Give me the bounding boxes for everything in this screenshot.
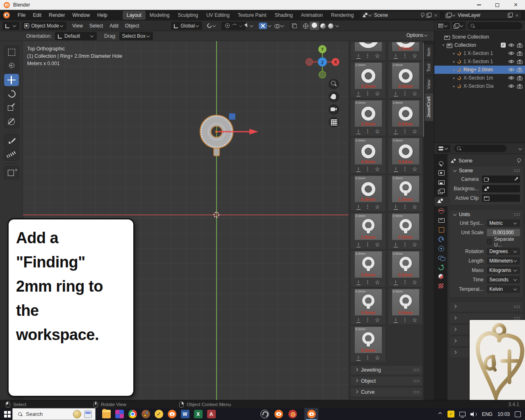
asset-card[interactable]: 5.0mm 5.0mm ↓ ⋮ ☆ <box>350 175 386 212</box>
outliner-row-object[interactable]: ▸ X-Section Dia <box>434 82 525 90</box>
download-icon[interactable]: ↓ <box>356 166 361 172</box>
outliner-row-scene-collection[interactable]: Scene Collection <box>434 33 525 41</box>
favorite-star-icon[interactable]: ☆ <box>375 128 380 135</box>
kebab-menu-icon[interactable]: ⋮ <box>365 52 370 59</box>
properties-tab[interactable] <box>436 225 446 235</box>
close-icon[interactable]: × <box>433 12 438 18</box>
gizmo-toggle[interactable] <box>259 23 267 29</box>
hide-eye-icon[interactable] <box>508 51 514 55</box>
tool-button[interactable] <box>4 148 19 160</box>
asset-card[interactable]: 4.0mm 4.0mm ↓ ⋮ ☆ <box>350 288 386 325</box>
camera-visibility-icon[interactable] <box>517 59 523 64</box>
pin-icon[interactable] <box>517 158 520 163</box>
shading-material-button[interactable] <box>320 23 326 29</box>
kebab-menu-icon[interactable]: ⋮ <box>365 279 370 285</box>
units-dropdown[interactable]: Millimeters <box>487 257 520 265</box>
property-field[interactable] <box>482 194 520 202</box>
kebab-menu-icon[interactable]: ⋮ <box>402 241 408 247</box>
shading-solid-button[interactable] <box>310 22 319 30</box>
search-highlight-coin-icon[interactable] <box>73 410 81 418</box>
outliner-search-input[interactable] <box>468 22 523 30</box>
asset-card[interactable]: 2.5mm 2.5mm ↓ ⋮ ☆ <box>388 62 423 98</box>
maximize-button[interactable] <box>488 0 507 10</box>
download-icon[interactable]: ↓ <box>394 52 398 59</box>
viewport-nav-button[interactable] <box>329 79 339 89</box>
close-icon[interactable]: × <box>514 12 520 18</box>
hide-eye-icon[interactable] <box>508 84 514 88</box>
tool-button[interactable] <box>4 60 19 72</box>
drag-handle-icon[interactable] <box>413 390 420 394</box>
kebab-menu-icon[interactable]: ⋮ <box>402 279 408 285</box>
kebab-menu-icon[interactable]: ⋮ <box>365 317 370 323</box>
editor-type-button[interactable] <box>2 22 19 30</box>
asset-thumbnail[interactable]: 4.0mm 4.0mm <box>355 289 382 315</box>
taskbar-app-chrome[interactable] <box>126 408 139 420</box>
taskbar-search[interactable]: Search <box>12 408 96 420</box>
favorite-star-icon[interactable]: ☆ <box>412 317 418 323</box>
units-dropdown[interactable]: Degrees <box>487 248 520 255</box>
scene-selector[interactable]: Scene × <box>360 11 441 19</box>
workspace-tab[interactable]: Rendering <box>327 11 358 20</box>
collapsed-panel[interactable]: Object <box>350 376 423 386</box>
favorite-star-icon[interactable]: ☆ <box>375 166 380 172</box>
asset-card[interactable]: 3.0mm 3.0mm ↓ ⋮ ☆ <box>350 250 386 287</box>
properties-tab[interactable] <box>436 272 446 282</box>
shading-rendered-button[interactable] <box>328 23 333 29</box>
minimize-button[interactable] <box>470 0 488 10</box>
tool-button[interactable] <box>4 167 19 179</box>
xray-toggle[interactable] <box>290 22 299 30</box>
copy-icon[interactable] <box>508 13 513 18</box>
outliner-row-object[interactable]: ▸ 1 X-Section 1 <box>434 49 525 57</box>
hide-eye-icon[interactable] <box>508 43 514 47</box>
asset-thumbnail[interactable]: 3.5mm 3.5mm <box>392 251 419 278</box>
download-icon[interactable]: ↓ <box>394 203 398 210</box>
outliner-row-object[interactable]: ▸ Ring+ 2.0mm <box>434 66 525 74</box>
asset-card[interactable]: 3.5mm 3.5mm ↓ ⋮ ☆ <box>388 250 423 287</box>
properties-tab[interactable] <box>436 216 446 225</box>
favorite-star-icon[interactable]: ☆ <box>412 128 418 135</box>
disclosure-triangle-icon[interactable]: ▸ <box>452 76 457 80</box>
editor-type-button[interactable] <box>437 145 450 153</box>
sidebar-tab[interactable]: Tool <box>425 60 433 75</box>
viewport-nav-button[interactable] <box>329 104 339 115</box>
viewport-nav-button[interactable] <box>329 117 339 128</box>
taskbar-app-explorer[interactable] <box>99 408 113 420</box>
units-panel-header[interactable]: Units <box>450 210 523 219</box>
options-button[interactable]: Options <box>406 32 428 38</box>
drag-handle-icon[interactable] <box>413 368 420 372</box>
viewport-menu[interactable]: Object <box>122 22 143 30</box>
camera-visibility-icon[interactable] <box>517 68 523 72</box>
download-icon[interactable]: ↓ <box>356 279 361 285</box>
asset-thumbnail[interactable]: 3.0mm 3.0mm <box>355 251 382 278</box>
camera-visibility-icon[interactable] <box>517 43 523 48</box>
menubar-menu[interactable]: Help <box>94 11 111 19</box>
notification-center-icon[interactable] <box>515 411 521 417</box>
download-icon[interactable]: ↓ <box>356 317 361 323</box>
mode-dropdown[interactable]: Object Mode <box>22 22 66 30</box>
axis-x-neg-ball[interactable] <box>306 59 313 66</box>
taskbar-app-excel[interactable]: X <box>191 408 205 420</box>
taskbar-running-blender[interactable] <box>272 408 285 420</box>
volume-tray-icon[interactable] <box>470 411 477 417</box>
hide-eye-icon[interactable] <box>508 68 514 72</box>
asset-card[interactable]: 5.0mm 5.0mm ↓ ⋮ ☆ <box>350 326 386 363</box>
kebab-menu-icon[interactable]: ⋮ <box>402 52 408 59</box>
asset-card[interactable]: 4.5mm 4.5mm ↓ ⋮ ☆ <box>388 137 423 174</box>
menubar-menu[interactable]: Window <box>68 11 94 19</box>
axis-y-neg-ball[interactable] <box>319 71 326 78</box>
language-indicator[interactable]: ENG <box>482 411 493 417</box>
workspace-tab[interactable]: UV Editing <box>202 11 234 20</box>
favorite-star-icon[interactable]: ☆ <box>412 90 418 97</box>
taskbar-app-word[interactable]: W <box>178 408 192 420</box>
asset-thumbnail[interactable]: 3.5mm 3.5mm <box>392 100 419 127</box>
transform-orientation-dropdown[interactable]: Global <box>171 22 202 30</box>
favorite-star-icon[interactable]: ☆ <box>375 90 380 97</box>
drag-handle-icon[interactable] <box>514 169 520 173</box>
menubar-menu[interactable]: Render <box>45 11 68 19</box>
tool-button[interactable] <box>4 102 19 114</box>
properties-tab[interactable] <box>436 263 446 272</box>
favorite-star-icon[interactable]: ☆ <box>412 203 418 210</box>
network-tray-icon[interactable] <box>459 412 466 416</box>
shading-dropdown-chevron[interactable] <box>336 24 339 27</box>
favorite-star-icon[interactable]: ☆ <box>375 241 380 248</box>
